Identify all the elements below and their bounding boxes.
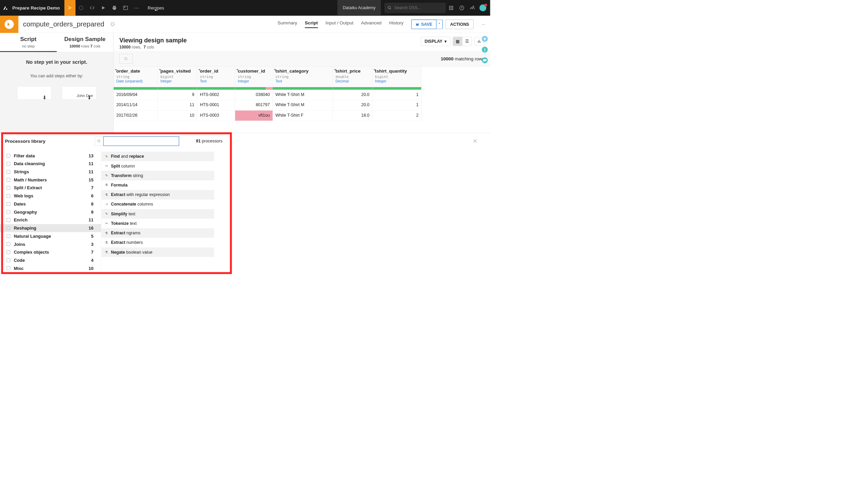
cell[interactable]: 18.0 — [333, 111, 372, 121]
cell[interactable]: 038040 — [235, 90, 273, 100]
column-header[interactable]: order_datestringDate (unparsed) — [114, 66, 158, 87]
checkbox-icon[interactable] — [6, 266, 10, 270]
save-dropdown[interactable]: ▾ — [436, 19, 443, 29]
column-search-icon[interactable] — [119, 54, 133, 63]
processor-row[interactable]: ✂Split column — [101, 161, 214, 171]
category-row[interactable]: Split / Extract7 — [0, 184, 101, 192]
cell[interactable]: 2016/09/04 — [114, 90, 158, 100]
display-dropdown[interactable]: DISPLAY ▾ — [421, 37, 450, 46]
column-header[interactable]: tshirt_quantitybigintInteger — [372, 66, 421, 87]
user-avatar[interactable] — [479, 4, 486, 11]
column-header[interactable]: customer_idstringInteger — [235, 66, 273, 87]
apps-icon[interactable] — [446, 0, 456, 16]
processor-row[interactable]: ⚗Negate boolean value — [101, 248, 214, 257]
proc-search-input[interactable] — [103, 136, 179, 146]
cell[interactable]: 20.0 — [333, 90, 372, 100]
processor-row[interactable]: ↗Concatenate columns — [101, 199, 214, 209]
category-row[interactable]: Code4 — [0, 256, 101, 265]
cell[interactable]: 10 — [158, 111, 197, 121]
search-box[interactable] — [384, 3, 446, 13]
table-view-icon[interactable]: ▦ — [453, 37, 463, 46]
back-arrow-icon[interactable]: ← — [477, 21, 490, 27]
category-row[interactable]: Math / Numbers15 — [0, 176, 101, 184]
more-icon[interactable]: ⋯ — [131, 0, 142, 16]
checkbox-icon[interactable] — [6, 194, 10, 198]
category-row[interactable]: Dates8 — [0, 200, 101, 208]
cell[interactable]: 20.0 — [333, 100, 372, 110]
category-row[interactable]: Joins3 — [0, 240, 101, 248]
play-icon[interactable] — [98, 0, 109, 16]
table-row[interactable]: 2016/09/049HTS-0002038040White T-Shirt M… — [114, 90, 490, 100]
project-name[interactable]: Prepare Recipe Demo — [11, 5, 64, 11]
category-row[interactable]: Strings11 — [0, 168, 101, 176]
tab-history[interactable]: History — [389, 20, 403, 28]
discuss-icon[interactable] — [482, 57, 488, 63]
checkbox-icon[interactable] — [6, 170, 10, 174]
checkbox-icon[interactable] — [6, 250, 10, 254]
column-header[interactable]: order_idstringText — [197, 66, 235, 87]
cell[interactable]: 9 — [158, 90, 197, 100]
checkbox-icon[interactable] — [6, 242, 10, 246]
checkbox-icon[interactable] — [6, 162, 10, 165]
processor-row[interactable]: ✎Simplify text — [101, 209, 214, 219]
category-row[interactable]: Complex objects7 — [0, 248, 101, 256]
tab-script[interactable]: Script — [305, 20, 318, 28]
tab-advanced[interactable]: Advanced — [361, 20, 381, 28]
processor-row[interactable]: ✎Find and replace — [101, 152, 214, 161]
category-row[interactable]: Geography9 — [0, 208, 101, 216]
cell[interactable]: 2 — [372, 111, 421, 121]
flow-icon[interactable] — [76, 0, 87, 16]
dashboard-icon[interactable] — [120, 0, 131, 16]
checkbox-icon[interactable] — [6, 154, 10, 157]
checkbox-icon[interactable] — [6, 218, 10, 222]
cell[interactable]: 801797 — [235, 100, 273, 110]
cell[interactable]: HTS-0002 — [197, 90, 235, 100]
column-header[interactable]: tshirt_categorystringText — [273, 66, 333, 87]
checkbox-icon[interactable] — [6, 258, 10, 262]
checkbox-icon[interactable] — [6, 234, 10, 238]
cell[interactable]: 2017/02/26 — [114, 111, 158, 121]
cell[interactable]: White T-Shirt M — [273, 100, 333, 110]
code-icon[interactable] — [87, 0, 98, 16]
tab-input-output[interactable]: Input / Output — [325, 20, 353, 28]
checkbox-icon[interactable] — [6, 186, 10, 190]
processor-row[interactable]: ✎Transform string — [101, 171, 214, 180]
processor-row[interactable]: ⚗Extract ngrams — [101, 228, 214, 238]
tab-script[interactable]: Script no step — [0, 33, 57, 52]
category-row[interactable]: Enrich11 — [0, 216, 101, 224]
actions-button[interactable]: ACTIONS — [446, 19, 474, 29]
favorite-icon[interactable]: ✪ — [110, 21, 115, 27]
checkbox-icon[interactable] — [6, 178, 10, 182]
recipe-icon[interactable] — [64, 0, 76, 16]
cell[interactable]: HTS-0003 — [197, 111, 235, 121]
category-row[interactable]: Filter data13 — [0, 152, 101, 160]
processor-row[interactable]: ✂Tokenize text — [101, 219, 214, 228]
column-header[interactable]: pages_visitedbigintInteger — [158, 66, 197, 87]
column-header[interactable]: tshirt_pricedoubleDecimal — [333, 66, 372, 87]
add-icon[interactable] — [482, 36, 488, 42]
cell[interactable]: 1 — [372, 90, 421, 100]
checkbox-icon[interactable] — [6, 202, 10, 206]
save-button[interactable]: SAVE — [411, 19, 437, 29]
processor-row[interactable]: ⚗Formula — [101, 180, 214, 190]
cell[interactable]: 1 — [372, 100, 421, 110]
table-row[interactable]: 2017/02/2610HTS-0003vft1ouWhite T-Shirt … — [114, 111, 490, 121]
search-input[interactable] — [394, 5, 447, 11]
table-row[interactable]: 2014/11/1411HTS-0001801797White T-Shirt … — [114, 100, 490, 110]
tab-design-sample[interactable]: Design Sample 10000 rows 7 cols — [57, 33, 113, 52]
info-icon[interactable]: i — [482, 46, 488, 53]
close-icon[interactable]: ✕ — [473, 138, 477, 144]
logo-icon[interactable] — [0, 0, 11, 16]
cell[interactable]: 11 — [158, 100, 197, 110]
checkbox-icon[interactable] — [6, 210, 10, 214]
category-row[interactable]: Misc10 — [0, 264, 101, 272]
category-row[interactable]: Natural Language5 — [0, 232, 101, 240]
category-row[interactable]: Data cleansing11 — [0, 160, 101, 168]
tab-summary[interactable]: Summary — [278, 20, 297, 28]
category-row[interactable]: Web logs6 — [0, 192, 101, 200]
cell[interactable]: White T-Shirt M — [273, 90, 333, 100]
activity-icon[interactable] — [467, 0, 478, 16]
cell[interactable]: vft1ou — [235, 111, 273, 121]
cell[interactable]: HTS-0001 — [197, 100, 235, 110]
cell[interactable]: White T-Shirt F — [273, 111, 333, 121]
